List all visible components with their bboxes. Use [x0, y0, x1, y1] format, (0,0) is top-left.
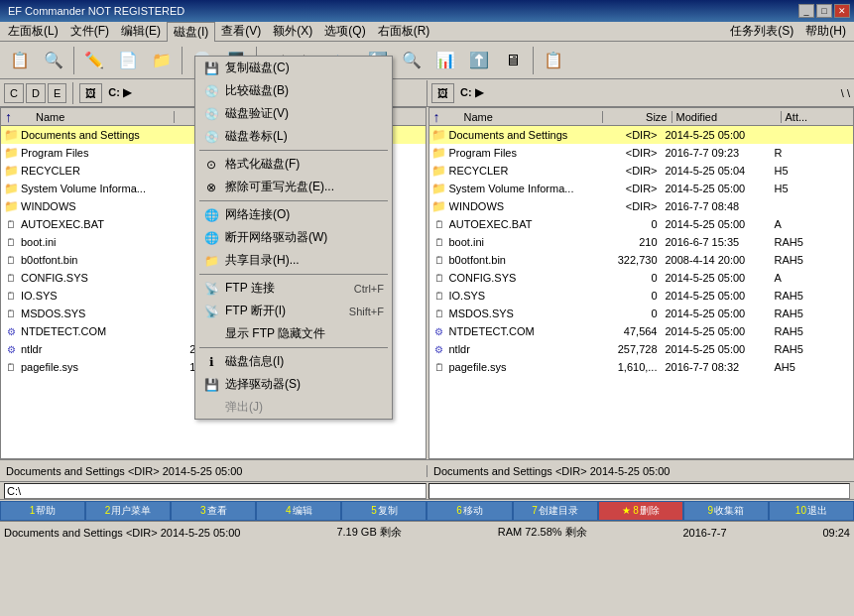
file-icon: 🗒: [431, 288, 447, 304]
fkey-6-move[interactable]: 6 移动: [427, 501, 512, 521]
drive-img-right[interactable]: 🖼: [431, 83, 454, 103]
menu-help[interactable]: 帮助(H): [799, 22, 852, 41]
fkey-5-label: 复制: [378, 504, 398, 518]
table-row[interactable]: 📁 RECYCLER <DIR> 2014-5-25 05:04 H5: [429, 162, 854, 180]
tb-newdir-button[interactable]: 📁: [146, 45, 178, 76]
tb-info[interactable]: 📊: [429, 45, 461, 76]
menu-task-list[interactable]: 任务列表(S): [724, 22, 799, 41]
drive-img-left[interactable]: 🖼: [79, 83, 102, 103]
table-row[interactable]: ⚙ ntldr 257,728 2014-5-25 05:00 RAH5: [429, 340, 854, 358]
fkey-5-copy[interactable]: 5 复制: [341, 501, 427, 521]
fkey-8-delete[interactable]: ★ 8 删除: [598, 501, 683, 521]
ftp-disconnect-shortcut: Shift+F: [329, 306, 384, 317]
left-path-input[interactable]: [4, 483, 427, 499]
menu-file[interactable]: 文件(F): [64, 22, 115, 41]
fkey-4-edit[interactable]: 4 编辑: [256, 501, 341, 521]
right-path-input[interactable]: [428, 483, 851, 499]
file-name: RECYCLER: [21, 165, 164, 177]
file-name: NTDETECT.COM: [449, 325, 592, 337]
table-row[interactable]: 🗒 pagefile.sys 1,610,... 2016-7-7 08:32 …: [429, 358, 854, 376]
fkey-3-view[interactable]: 3 查看: [171, 501, 256, 521]
file-icon: 🗒: [431, 359, 447, 375]
file-icon: 🗒: [3, 216, 19, 232]
table-row[interactable]: 📁 Documents and Settings <DIR> 2014-5-25…: [429, 126, 854, 144]
drive-c-left[interactable]: C: [4, 83, 24, 103]
file-date: 2016-7-7 08:32: [662, 361, 771, 373]
file-size: <DIR>: [592, 129, 662, 141]
share-dir-icon: 📁: [203, 253, 219, 269]
menu-edit[interactable]: 编辑(E): [115, 22, 167, 41]
file-name: b0otfont.bin: [449, 254, 592, 266]
menu-erase-rewritable[interactable]: ⊗ 擦除可重写光盘(E)...: [195, 176, 392, 198]
menu-right-panel[interactable]: 右面板(R): [372, 22, 436, 41]
fkey-1-help[interactable]: 1 帮助: [0, 501, 85, 521]
menu-ftp-connect[interactable]: 📡 FTP 连接 Ctrl+F: [195, 277, 392, 300]
menu-disk-info[interactable]: ℹ 磁盘信息(I): [195, 350, 392, 373]
drive-e-left[interactable]: E: [48, 83, 66, 103]
menu-compare-disk[interactable]: 💿 比较磁盘(B): [195, 79, 392, 102]
folder-icon: 📁: [3, 145, 19, 161]
tb-new-button[interactable]: 📄: [112, 45, 144, 76]
table-row[interactable]: 🗒 CONFIG.SYS 0 2014-5-25 05:00 A: [429, 269, 854, 287]
menu-options[interactable]: 选项(Q): [318, 22, 371, 41]
table-row[interactable]: 🗒 MSDOS.SYS 0 2014-5-25 05:00 RAH5: [429, 305, 854, 322]
menu-disk-label[interactable]: 💿 磁盘卷标(L): [195, 125, 392, 148]
fkey-2-user-menu[interactable]: 2 用户菜单: [85, 501, 171, 521]
ftp-connect-icon: 📡: [203, 281, 219, 297]
tb-upload[interactable]: ⬆️: [463, 45, 495, 76]
table-row[interactable]: 🗒 b0otfont.bin 322,730 2008-4-14 20:00 R…: [429, 251, 854, 269]
table-row[interactable]: 🗒 boot.ini 210 2016-6-7 15:35 RAH5: [429, 233, 854, 251]
menu-copy-disk[interactable]: 💾 复制磁盘(C): [195, 57, 392, 79]
file-name: WINDOWS: [449, 200, 592, 212]
menu-disconnect-network[interactable]: 🌐 断开网络驱动器(W): [195, 226, 392, 249]
fkey-10-exit[interactable]: 10 退出: [769, 501, 854, 521]
file-size: <DIR>: [592, 165, 662, 177]
drive-d-left[interactable]: D: [26, 83, 46, 103]
file-date: 2014-5-25 05:00: [662, 218, 771, 230]
file-attr: A: [771, 218, 820, 230]
menu-select-drive[interactable]: 💾 选择驱动器(S): [195, 373, 392, 396]
fkey-9-recycle[interactable]: 9 收集箱: [683, 501, 769, 521]
drive-bar: C D E 🖼 C: ▶ 🖼 C: ▶ \ \: [0, 79, 854, 107]
folder-icon: 📁: [431, 145, 447, 161]
fkey-9-label: 收集箱: [714, 504, 744, 518]
tb-edit-button[interactable]: ✏️: [78, 45, 110, 76]
close-button[interactable]: ✕: [834, 4, 850, 18]
fkey-7-mkdir[interactable]: 7 创建目录: [513, 501, 598, 521]
minimize-button[interactable]: _: [798, 4, 814, 18]
tb-copy-button[interactable]: 📋: [4, 45, 36, 76]
menu-bar: 左面板(L) 文件(F) 编辑(E) 磁盘(I) 查看(V) 额外(X) 选项(…: [0, 22, 854, 42]
menu-network-connect[interactable]: 🌐 网络连接(O): [195, 203, 392, 226]
menu-share-dir[interactable]: 📁 共享目录(H)...: [195, 249, 392, 272]
right-up-arrow[interactable]: ↑: [429, 109, 440, 125]
table-row[interactable]: 📁 WINDOWS <DIR> 2016-7-7 08:48: [429, 197, 854, 215]
menu-format-disk[interactable]: ⊙ 格式化磁盘(F): [195, 153, 392, 176]
tb-search-button[interactable]: 🔍: [38, 45, 69, 76]
fkey-8-num: ★ 8: [622, 505, 639, 516]
left-up-arrow[interactable]: ↑: [1, 109, 12, 125]
tb-search2[interactable]: 🔍: [396, 45, 427, 76]
table-row[interactable]: ⚙ NTDETECT.COM 47,564 2014-5-25 05:00 RA…: [429, 322, 854, 340]
file-name: Program Files: [21, 147, 164, 159]
table-row[interactable]: 📁 System Volume Informa... <DIR> 2014-5-…: [429, 180, 854, 197]
main-area: ↑ Name 📁 Documents and Settings <D 📁 Pro…: [0, 107, 854, 459]
table-row[interactable]: 🗒 IO.SYS 0 2014-5-25 05:00 RAH5: [429, 287, 854, 305]
folder-icon: 📁: [3, 181, 19, 196]
menu-ftp-hidden[interactable]: 显示 FTP 隐藏文件: [195, 322, 392, 345]
menu-verify-disk[interactable]: 💿 磁盘验证(V): [195, 102, 392, 125]
tb-panel[interactable]: 📋: [538, 45, 569, 76]
table-row[interactable]: 📁 Program Files <DIR> 2016-7-7 09:23 R: [429, 144, 854, 162]
menu-ftp-disconnect[interactable]: 📡 FTP 断开(I) Shift+F: [195, 300, 392, 322]
menu-view[interactable]: 查看(V): [215, 22, 267, 41]
menu-extra[interactable]: 额外(X): [267, 22, 318, 41]
file-icon: 🗒: [431, 234, 447, 250]
ftp-connect-shortcut: Ctrl+F: [334, 283, 384, 295]
maximize-button[interactable]: □: [816, 4, 832, 18]
bottom-free-space: 7.19 GB 剩余: [336, 525, 401, 540]
tb-terminal[interactable]: 🖥: [497, 45, 529, 76]
disk-label-icon: 💿: [203, 129, 219, 145]
table-row[interactable]: 🗒 AUTOEXEC.BAT 0 2014-5-25 05:00 A: [429, 215, 854, 233]
menu-left-panel[interactable]: 左面板(L): [2, 22, 64, 41]
menu-disk[interactable]: 磁盘(I): [167, 22, 215, 42]
erase-rewritable-icon: ⊗: [203, 180, 219, 195]
